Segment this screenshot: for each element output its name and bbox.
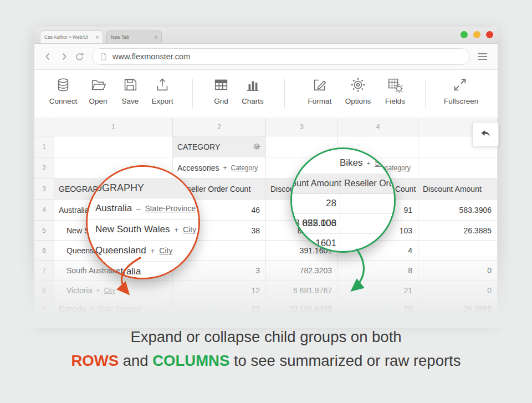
folder-open-icon — [90, 76, 106, 93]
value-cell: 0 — [418, 261, 498, 280]
browser-tab-2[interactable]: New Tab × — [106, 30, 162, 43]
magnified-cell-border — [340, 174, 340, 251]
toolbar-fields-button[interactable]: Fields — [379, 76, 411, 105]
collapse-link[interactable]: State-Province — [145, 204, 196, 213]
grid-icon — [213, 76, 229, 93]
toolbar-grid-button[interactable]: Grid — [205, 76, 237, 105]
expand-link[interactable]: City — [104, 287, 115, 294]
pencil-icon — [311, 76, 328, 93]
share-button[interactable] — [472, 122, 499, 146]
value-cell: 6 681.9767 — [266, 280, 338, 300]
toolbar-open-button[interactable]: Open — [82, 76, 114, 105]
grid-cell — [54, 136, 173, 157]
tab-label: Css Author » Web/UI — [44, 34, 88, 40]
row-member-cell: Victoria + City — [54, 280, 173, 300]
value-cell — [418, 241, 498, 261]
expand-sign[interactable]: + — [174, 226, 178, 234]
expand-link[interactable]: City — [183, 225, 196, 234]
tab-close-icon[interactable]: × — [95, 34, 99, 40]
expand-sign[interactable]: + — [90, 305, 94, 313]
browser-tab-bar: Css Author » Web/UI × New Tab × — [34, 27, 498, 44]
toolbar-fullscreen-button[interactable]: Fullscreen — [444, 76, 476, 105]
url-field[interactable]: www.flexmonster.com — [92, 48, 470, 65]
magnified-value-row: 8 052.106 — [292, 213, 394, 234]
save-icon — [122, 76, 139, 93]
toolbar-separator — [284, 79, 285, 109]
accessories-member-cell: Accessories + Category — [173, 157, 266, 178]
value-cell: 21 — [338, 280, 418, 300]
grid-row-header: 9 — [34, 300, 54, 317]
bar-chart-icon — [244, 76, 261, 93]
value-cell: 0 — [418, 280, 498, 300]
grid-row-header: 5 — [34, 221, 54, 241]
member-label: Bikes — [340, 157, 363, 169]
caption-columns-word: COLUMNS — [152, 352, 229, 369]
magnified-row-queensland: Queensland + City — [88, 240, 198, 262]
toolbar-charts-button[interactable]: Charts — [237, 76, 269, 105]
toolbar-label: Fields — [385, 97, 405, 105]
back-button[interactable] — [41, 49, 55, 64]
expand-sign[interactable]: + — [367, 159, 371, 167]
expand-sign[interactable]: + — [151, 247, 155, 255]
rows-magnifier-content: GEOGRAPHY Australia – State-Province New… — [88, 167, 198, 278]
grid-row-header: 8 — [34, 280, 54, 300]
grid-row-header: 3 — [34, 178, 54, 200]
menu-button[interactable] — [475, 49, 490, 64]
toolbar-options-button[interactable]: Options — [342, 76, 374, 105]
toolbar-label: Connect — [49, 97, 77, 105]
member-label: Australia — [95, 203, 132, 214]
toolbar-label: Grid — [214, 97, 228, 105]
columns-magnifier-circle: Bikes + Subcategory Discount Amount Rese… — [290, 147, 396, 253]
grid-cell — [418, 157, 498, 178]
expand-link[interactable]: City — [159, 246, 172, 255]
magnified-geography-header: GEOGRAPHY — [88, 178, 198, 198]
grid-corner-cell — [34, 118, 54, 136]
member-label: Victoria — [66, 286, 92, 295]
gear-icon[interactable] — [253, 142, 261, 151]
value-cell: 20 196.6489 — [266, 300, 338, 317]
browser-window: Css Author » Web/UI × New Tab × — [34, 27, 498, 320]
page-icon — [99, 52, 108, 61]
grid-col-header: 1 — [54, 118, 173, 136]
grid-row-header: 2 — [34, 157, 54, 178]
toolbar-format-button[interactable]: Format — [304, 76, 336, 105]
toolbar-label: Fullscreen — [444, 97, 478, 105]
toolbar-connect-button[interactable]: Connect — [47, 76, 79, 105]
caption-line-1: Expand or collapse child groups on both — [0, 325, 532, 349]
forward-button[interactable] — [57, 49, 71, 64]
browser-tab-1[interactable]: Css Author » Web/UI × — [40, 30, 103, 43]
toolbar-separator — [192, 79, 193, 109]
traffic-light-yellow[interactable] — [473, 31, 480, 38]
grid-row-header: 6 — [34, 241, 54, 261]
tab-close-icon[interactable]: × — [154, 34, 157, 40]
refresh-button[interactable] — [72, 49, 86, 64]
chevron-right-icon — [59, 52, 69, 62]
measure-header-label: Discount Amount — [292, 174, 341, 193]
grid-row-header: 4 — [34, 200, 54, 221]
refresh-icon — [74, 52, 85, 62]
url-text: www.flexmonster.com — [112, 52, 190, 61]
caption-line-2: ROWS and COLUMNS to see summarized or ra… — [0, 349, 532, 373]
value-cell: 26.3885 — [418, 300, 498, 317]
caption-rest: to see summarized or raw reports — [229, 352, 461, 369]
collapse-sign[interactable]: – — [136, 205, 140, 213]
toolbar-export-button[interactable]: Export — [146, 76, 178, 105]
member-label: Australia — [59, 206, 89, 215]
value-cell: 8 — [338, 261, 418, 280]
rows-magnifier-circle: GEOGRAPHY Australia – State-Province New… — [86, 165, 200, 279]
grid-col-header: 3 — [266, 118, 338, 136]
expand-sign[interactable]: + — [223, 164, 227, 172]
expand-link[interactable]: Category — [231, 164, 258, 172]
fullscreen-icon — [452, 76, 468, 93]
grid-col-header: 4 — [338, 118, 418, 136]
toolbar-save-button[interactable]: Save — [114, 76, 146, 105]
expand-sign[interactable]: + — [96, 287, 100, 294]
traffic-light-green[interactable] — [461, 31, 468, 38]
magnified-measure-headers: Discount Amount Reseller Order Count — [292, 174, 394, 194]
expand-link[interactable]: State-Province — [98, 305, 141, 313]
traffic-light-red[interactable] — [486, 31, 493, 38]
caption-rows-word: ROWS — [71, 352, 119, 369]
value-cell: 782.3203 — [266, 261, 338, 280]
value-cell: 583.3906 — [418, 200, 498, 221]
tab-label: New Tab — [111, 34, 129, 40]
